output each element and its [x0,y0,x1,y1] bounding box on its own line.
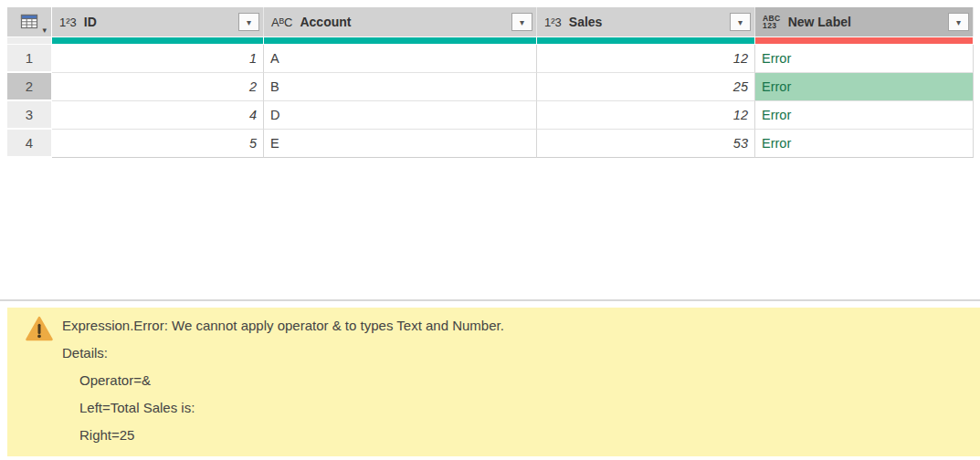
quality-bar-account [264,37,537,44]
table-row: 3 4 D 12 Error [7,101,974,130]
quality-bar-sales [537,37,755,44]
whole-number-type-icon: 1²3 [59,16,77,29]
quality-gutter [7,37,51,44]
column-header-label: New Label [788,15,948,29]
error-detail-left: Left=Total Sales is: [62,394,504,422]
table-row: 1 1 A 12 Error [7,45,974,73]
cell-sales[interactable]: 25 [537,73,755,101]
cell-account[interactable]: A [264,45,537,73]
table-header-row: ▾ 1²3 ID ▾ AᴮC Account ▾ 1²3 Sales [7,7,974,37]
error-detail-right: Right=25 [62,422,504,449]
table-menu-chevron-icon: ▾ [42,26,47,35]
chevron-down-icon: ▾ [956,17,961,27]
any-type-icon: ABC 123 [763,15,781,30]
column-header-id[interactable]: 1²3 ID ▾ [52,7,264,37]
panel-divider [0,299,980,301]
cell-id[interactable]: 1 [52,45,264,73]
row-number[interactable]: 4 [7,130,51,158]
whole-number-type-icon: 1²3 [544,16,562,29]
error-details-panel: Expression.Error: We cannot apply operat… [7,308,980,456]
cell-account[interactable]: E [264,130,537,158]
table-row: 2 2 B 25 Error [7,73,974,101]
chevron-down-icon: ▾ [520,17,524,27]
chevron-down-icon: ▾ [738,17,743,27]
warning-icon [26,316,53,341]
power-query-preview: ▾ 1²3 ID ▾ AᴮC Account ▾ 1²3 Sales [0,0,980,460]
cell-sales[interactable]: 53 [537,130,755,158]
data-preview-table: ▾ 1²3 ID ▾ AᴮC Account ▾ 1²3 Sales [7,7,974,158]
quality-bar-id [52,37,264,44]
column-header-sales[interactable]: 1²3 Sales ▾ [537,7,755,37]
table-select-all-button[interactable]: ▾ [7,7,51,37]
error-message: Expression.Error: We cannot apply operat… [62,312,504,340]
chevron-down-icon: ▾ [247,17,251,27]
cell-error-link[interactable]: Error [755,101,974,130]
cell-sales[interactable]: 12 [537,45,755,73]
cell-id[interactable]: 5 [52,130,264,158]
error-details-label: Details: [62,340,504,367]
filter-button-sales[interactable]: ▾ [730,13,751,31]
column-header-account[interactable]: AᴮC Account ▾ [264,7,537,37]
quality-bar-new-label [755,37,974,44]
row-number[interactable]: 3 [7,101,51,130]
cell-id[interactable]: 4 [52,101,264,130]
cell-sales[interactable]: 12 [537,101,755,130]
column-header-new-label[interactable]: ABC 123 New Label ▾ [755,7,974,37]
row-number[interactable]: 2 [7,73,51,101]
column-quality-row [7,37,974,44]
cell-error-link[interactable]: Error [755,45,974,73]
filter-button-new-label[interactable]: ▾ [948,13,969,31]
table-row: 4 5 E 53 Error [7,130,974,158]
column-header-label: ID [84,15,238,29]
cell-account[interactable]: D [264,101,537,130]
cell-error-link[interactable]: Error [755,130,974,158]
text-type-icon: AᴮC [271,16,292,29]
column-header-label: Sales [569,15,730,29]
row-number[interactable]: 1 [7,45,51,73]
cell-error-link-selected[interactable]: Error [755,73,974,101]
filter-button-id[interactable]: ▾ [238,13,259,31]
table-icon [20,14,39,30]
column-header-label: Account [300,15,511,29]
cell-account[interactable]: B [264,73,537,101]
error-details-text: Expression.Error: We cannot apply operat… [62,312,504,449]
error-detail-operator: Operator=& [62,367,504,394]
cell-id[interactable]: 2 [52,73,264,101]
filter-button-account[interactable]: ▾ [511,13,532,31]
